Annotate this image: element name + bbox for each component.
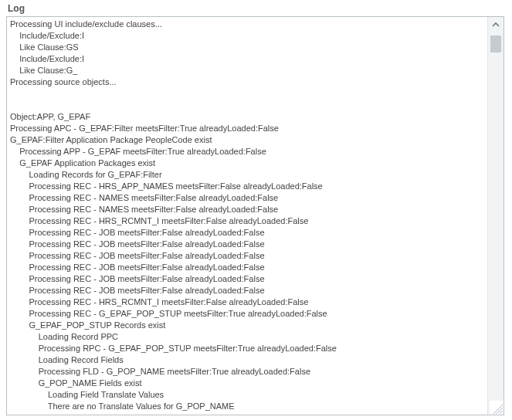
log-line: Processing REC - G_EPAF_POP_STUP meetsFi… — [10, 308, 485, 320]
log-line: Processing REC - NAMES meetsFilter:False… — [10, 192, 485, 204]
log-line: Processing REC - JOB meetsFilter:False a… — [10, 262, 485, 273]
log-line: Processing REC - HRS_APP_NAMES meetsFilt… — [10, 181, 485, 192]
log-textarea[interactable]: Processing UI include/exclude clauses...… — [6, 16, 504, 415]
log-line: There are no Translate Values for G_POP_… — [10, 401, 485, 412]
log-line: Processing APP - G_EPAF meetsFilter:True… — [10, 146, 485, 158]
log-line: Loading Record PPC — [10, 331, 485, 343]
log-line: Processing source objects... — [10, 76, 485, 88]
log-panel: Log Processing UI include/exclude clause… — [0, 0, 512, 420]
log-line: Like Clause:GS — [10, 42, 485, 53]
log-line: Processing REC - JOB meetsFilter:False a… — [10, 250, 485, 262]
log-line: Loading Records for G_EPAF:Filter — [10, 169, 485, 181]
log-line: G_EPAF_POP_STUP Records exist — [10, 320, 485, 331]
log-line — [10, 100, 485, 111]
log-line: Processing APC - G_EPAF:Filter meetsFilt… — [10, 123, 485, 134]
log-line: Processing REC - JOB meetsFilter:False a… — [10, 273, 485, 285]
log-line: Processing UI include/exclude clauses... — [10, 19, 485, 30]
panel-title: Log — [8, 3, 506, 14]
log-line: Processing REC - HRS_RCMNT_I meetsFilter… — [10, 296, 485, 308]
log-line: G_EPAF:Filter Application Package People… — [10, 134, 485, 146]
chevron-up-icon — [492, 21, 500, 29]
log-content: Processing UI include/exclude clauses...… — [7, 17, 488, 415]
log-line: Processing REC - NAMES meetsFilter:False… — [10, 204, 485, 215]
svg-line-1 — [497, 408, 503, 414]
scrollbar-thumb[interactable] — [490, 36, 501, 52]
log-line: Loading Record Fields — [10, 354, 485, 366]
resize-grip-icon — [490, 401, 504, 415]
resize-grip[interactable] — [490, 401, 504, 415]
log-line: Processing REC - JOB meetsFilter:False a… — [10, 239, 485, 250]
log-line: G_EPAF Application Packages exist — [10, 158, 485, 169]
log-line: Like Clause:G_ — [10, 65, 485, 76]
svg-line-2 — [500, 411, 503, 414]
log-line: Include/Exclude:I — [10, 30, 485, 42]
scroll-up-button[interactable] — [488, 17, 504, 32]
log-line: Processing REC - HRS_RCMNT_I meetsFilter… — [10, 215, 485, 227]
scrollbar-track[interactable] — [488, 32, 504, 399]
log-line: Loading Field Translate Values — [10, 389, 485, 401]
log-line — [10, 88, 485, 100]
log-line: Processing FLD - G_POP_NAME meetsFilter:… — [10, 366, 485, 378]
log-line: Processing REC - JOB meetsFilter:False a… — [10, 227, 485, 239]
log-line: Processing REC - JOB meetsFilter:False a… — [10, 285, 485, 296]
log-line: G_POP_NAME Fields exist — [10, 378, 485, 389]
log-line: Processing RPC - G_EPAF_POP_STUP meetsFi… — [10, 343, 485, 354]
log-line: Include/Exclude:I — [10, 53, 485, 65]
log-line: Object:APP, G_EPAF — [10, 111, 485, 123]
vertical-scrollbar[interactable] — [487, 17, 504, 415]
